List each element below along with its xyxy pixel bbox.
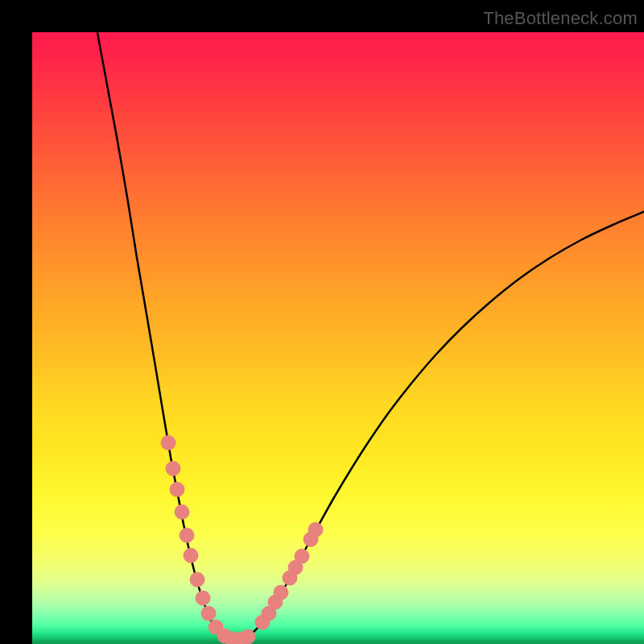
data-marker xyxy=(196,591,210,605)
data-marker xyxy=(166,461,180,476)
data-marker xyxy=(241,630,255,644)
data-marker xyxy=(274,585,288,600)
chart-frame: TheBottleneck.com xyxy=(0,0,644,644)
markers-group xyxy=(161,436,323,644)
data-marker xyxy=(170,482,184,497)
data-marker xyxy=(180,528,194,543)
data-marker xyxy=(184,548,198,563)
data-marker xyxy=(295,549,309,564)
bottleneck-curve xyxy=(97,32,644,640)
data-marker xyxy=(175,505,189,519)
watermark-text: TheBottleneck.com xyxy=(483,8,638,29)
data-marker xyxy=(308,522,323,537)
data-marker xyxy=(161,436,175,450)
data-marker xyxy=(201,606,216,621)
plot-gradient-background xyxy=(32,32,644,644)
chart-svg xyxy=(32,32,644,644)
data-marker xyxy=(190,572,204,587)
